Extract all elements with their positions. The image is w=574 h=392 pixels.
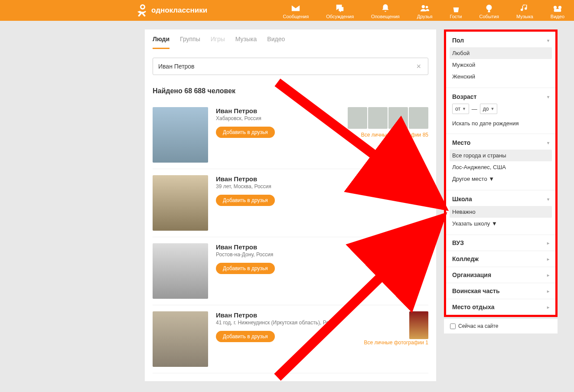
chevron-down-icon: ▾ [547, 197, 549, 202]
filter-age-title[interactable]: Возраст▾ [452, 93, 549, 100]
svg-point-2 [421, 5, 424, 8]
search-by-dob-link[interactable]: Искать по дате рождения [452, 118, 549, 128]
place-other[interactable]: Другое место ▼ [450, 173, 552, 185]
chevron-right-icon: ▸ [547, 305, 549, 310]
result-name[interactable]: Иван Петров [216, 243, 428, 251]
add-friend-button[interactable]: Добавить в друзья [216, 195, 275, 206]
results-panel: Найдено 68 688 человек Иван Петров Хабар… [145, 79, 436, 381]
nav-video[interactable]: Видео [551, 3, 564, 21]
online-now-checkbox-row: Сейчас на сайте [444, 319, 558, 333]
svg-point-3 [425, 6, 428, 9]
filter-place-title[interactable]: Место▾ [452, 139, 549, 146]
result-item: Иван Петров Хабаровск, Россия Добавить в… [153, 101, 428, 169]
search-input[interactable] [158, 63, 414, 70]
guests-icon [451, 3, 461, 13]
chevron-down-icon: ▾ [547, 140, 549, 145]
envelope-icon [291, 3, 300, 13]
nav-notifications[interactable]: Оповещения [371, 3, 400, 21]
avatar[interactable] [153, 243, 208, 299]
clear-search-icon[interactable]: × [414, 62, 423, 71]
svg-rect-7 [554, 9, 561, 12]
friends-icon [420, 3, 430, 13]
results-heading: Найдено 68 688 человек [153, 87, 428, 95]
tab-groups[interactable]: Группы [180, 36, 200, 49]
svg-point-6 [558, 6, 561, 9]
add-friend-button[interactable]: Добавить в друзья [216, 127, 275, 138]
brand-logo[interactable]: одноклассники [137, 3, 207, 17]
ok-logo-icon [137, 3, 148, 17]
filter-vacation[interactable]: Место отдыха▸ [446, 299, 555, 315]
svg-point-5 [554, 6, 557, 9]
nav-guests[interactable]: Гости [450, 3, 462, 21]
add-friend-button[interactable]: Добавить в друзья [216, 263, 275, 274]
tab-games[interactable]: Игры [211, 36, 225, 49]
filter-school-title[interactable]: Школа▾ [452, 196, 549, 203]
place-option[interactable]: Лос-Анджелес, США [450, 161, 552, 173]
chevron-down-icon: ▾ [547, 38, 549, 43]
school-noimportant[interactable]: Неважно [450, 206, 552, 218]
page: Люди Группы Игры Музыка Видео × Найдено … [10, 21, 564, 381]
photo-thumb[interactable] [409, 311, 428, 339]
filter-gender: Пол▾ Любой Мужской Женский [446, 32, 555, 88]
filter-school: Школа▾ Неважно Указать школу ▼ [446, 190, 555, 235]
search-box: × [153, 58, 428, 75]
dropdown-icon: ▼ [491, 107, 495, 111]
filters-column: Пол▾ Любой Мужской Женский Возраст▾ от▼ … [444, 29, 558, 381]
nav-events[interactable]: События [479, 3, 499, 21]
photo-thumbs: Все личные фотографии 1 [364, 311, 428, 346]
topbar: одноклассники Сообщения Обсуждения Опове… [0, 0, 574, 21]
online-now-checkbox[interactable] [450, 323, 456, 329]
photo-thumb[interactable] [368, 107, 388, 129]
dropdown-icon: ▼ [462, 107, 466, 111]
add-friend-button[interactable]: Добавить в друзья [216, 331, 275, 342]
gender-male[interactable]: Мужской [450, 59, 552, 71]
filter-gender-title[interactable]: Пол▾ [452, 37, 549, 44]
photo-thumb[interactable] [409, 107, 428, 129]
result-item: Иван Петров 39 лет, Москва, Россия Добав… [153, 169, 428, 237]
nav-messages[interactable]: Сообщения [283, 3, 309, 21]
chevron-down-icon: ▾ [547, 95, 549, 99]
chevron-right-icon: ▸ [547, 289, 549, 294]
gender-female[interactable]: Женский [450, 71, 552, 82]
search-tabs: Люди Группы Игры Музыка Видео [145, 29, 436, 49]
avatar[interactable] [153, 311, 208, 367]
main-column: Люди Группы Игры Музыка Видео × Найдено … [145, 29, 436, 381]
chevron-right-icon: ▸ [547, 257, 549, 261]
gender-any[interactable]: Любой [450, 47, 552, 59]
all-photos-link[interactable]: Все личные фотографии 85 [361, 132, 428, 138]
age-dash: — [472, 106, 477, 112]
filter-org[interactable]: Организация▸ [446, 267, 555, 283]
tab-video[interactable]: Видео [267, 36, 285, 49]
filter-college[interactable]: Колледж▸ [446, 251, 555, 267]
age-to-select[interactable]: до▼ [480, 104, 498, 114]
avatar[interactable] [153, 107, 208, 163]
events-icon [484, 3, 494, 13]
chevron-right-icon: ▸ [547, 273, 549, 278]
place-all[interactable]: Все города и страны [450, 150, 552, 161]
tab-music[interactable]: Музыка [235, 36, 257, 49]
filter-uni[interactable]: ВУЗ▸ [446, 235, 555, 251]
tab-people[interactable]: Люди [153, 36, 170, 49]
filter-military[interactable]: Воинская часть▸ [446, 283, 555, 299]
photo-thumb[interactable] [348, 107, 367, 129]
svg-point-1 [141, 6, 144, 8]
age-from-select[interactable]: от▼ [452, 104, 469, 114]
bell-icon [381, 3, 390, 13]
top-nav: Сообщения Обсуждения Оповещения Друзья Г… [283, 0, 564, 21]
nav-music[interactable]: Музыка [516, 3, 533, 21]
result-item: Иван Петров Ростов-на-Дону, Россия Добав… [153, 237, 428, 305]
nav-discussions[interactable]: Обсуждения [326, 3, 354, 21]
photo-thumb[interactable] [388, 107, 408, 129]
online-now-label: Сейчас на сайте [458, 323, 498, 329]
result-subtitle: Ростов-на-Дону, Россия [216, 252, 428, 258]
nav-friends[interactable]: Друзья [417, 3, 433, 21]
chat-icon [335, 3, 345, 13]
search-row: × [145, 49, 436, 79]
all-photos-link[interactable]: Все личные фотографии 1 [364, 340, 428, 346]
result-name[interactable]: Иван Петров [216, 175, 428, 183]
avatar[interactable] [153, 175, 208, 231]
school-specify[interactable]: Указать школу ▼ [450, 218, 552, 229]
filter-age: Возраст▾ от▼ — до▼ Искать по дате рожден… [446, 88, 555, 134]
music-icon [520, 3, 529, 13]
chevron-right-icon: ▸ [547, 241, 549, 245]
